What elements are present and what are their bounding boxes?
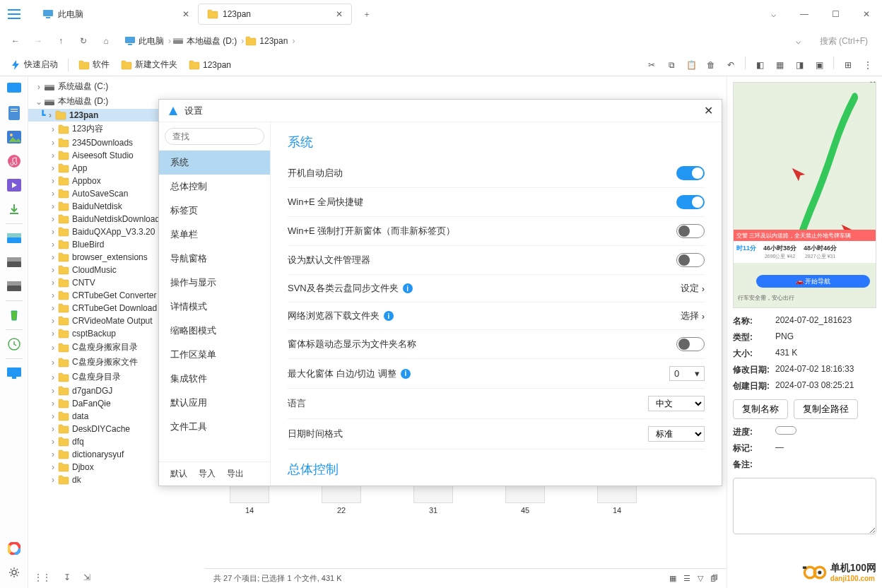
ql-folder[interactable]: 123pan [184, 59, 235, 71]
rail-drive-icon[interactable] [4, 228, 24, 248]
breadcrumb[interactable]: 此电脑 › 本地磁盘 (D:) › 123pan › [124, 34, 786, 49]
copy-icon[interactable]: ⧉ [663, 57, 680, 74]
chevron-right-icon: › [292, 36, 295, 46]
setting-action[interactable]: 选择 › [681, 310, 705, 322]
rail-settings-icon[interactable] [4, 563, 24, 582]
clipboard-icon[interactable]: 🗐 [710, 574, 718, 583]
tree-collapse-icon[interactable]: ↧ [64, 572, 71, 582]
rail-clock-icon[interactable] [4, 334, 24, 354]
rail-download-icon[interactable] [4, 199, 24, 219]
settings-nav-item[interactable]: 工作区菜单 [159, 343, 270, 367]
info-icon[interactable]: i [401, 369, 411, 379]
settings-nav-item[interactable]: 菜单栏 [159, 223, 270, 247]
note-input[interactable] [733, 478, 876, 534]
hamburger-menu[interactable] [0, 0, 28, 28]
setting-action[interactable]: 设定 › [681, 282, 705, 295]
settings-nav-item[interactable]: 系统 [159, 151, 270, 175]
settings-nav-item[interactable]: 详情模式 [159, 295, 270, 319]
tab-123pan[interactable]: 123pan ✕ [198, 4, 352, 25]
settings-search-input[interactable] [165, 128, 264, 145]
svg-rect-6 [128, 44, 132, 45]
settings-nav-item[interactable]: 默认应用 [159, 391, 270, 415]
footer-default[interactable]: 默认 [170, 468, 187, 480]
rail-drive-icon[interactable] [4, 276, 24, 296]
new-tab-button[interactable]: ＋ [358, 5, 376, 23]
tree-drive[interactable]: ›系统磁盘 (C:) [28, 79, 205, 94]
paste-icon[interactable]: 📋 [683, 57, 700, 74]
info-icon[interactable]: i [403, 283, 413, 293]
settings-nav-item[interactable]: 集成软件 [159, 367, 270, 391]
toggle-switch[interactable] [676, 166, 705, 180]
view-list-icon[interactable]: ☰ [683, 574, 690, 583]
panel-max-icon[interactable]: ▣ [811, 57, 828, 74]
select-dropdown[interactable]: 标准 [648, 426, 705, 442]
view-grid-icon[interactable]: ▦ [669, 574, 676, 583]
rail-screen-icon[interactable] [4, 363, 24, 383]
select-dropdown[interactable]: 中文 [648, 396, 705, 411]
minimize-button[interactable]: — [789, 0, 820, 28]
settings-nav-item[interactable]: 文件工具 [159, 415, 270, 439]
rail-picture-icon[interactable] [4, 127, 24, 147]
footer-export[interactable]: 导出 [227, 468, 244, 480]
copy-path-button[interactable]: 复制全路径 [794, 399, 858, 419]
ql-folder[interactable]: 软件 [74, 57, 114, 72]
dialog-close-button[interactable]: ✕ [704, 104, 713, 117]
tree-expand-icon[interactable]: ⇲ [83, 572, 90, 582]
setting-row: Win+E 强制打开新窗体（而非新标签页） [288, 217, 705, 246]
settings-nav-item[interactable]: 操作与显示 [159, 271, 270, 295]
rail-music-icon[interactable] [4, 151, 24, 171]
toggle-switch[interactable] [676, 253, 705, 267]
bc-item[interactable]: 本地磁盘 (D:) [184, 34, 240, 49]
settings-nav-item[interactable]: 标签页 [159, 199, 270, 223]
number-spinner[interactable]: 0▾ [669, 366, 705, 381]
tree-unknown-icon[interactable]: ⋮⋮ [34, 572, 51, 582]
apps-icon[interactable]: ⊞ [840, 57, 857, 74]
bc-item[interactable]: 123pan [257, 35, 290, 47]
close-icon[interactable]: ✕ [182, 9, 189, 19]
search-input[interactable]: 搜索 (Ctrl+F) [811, 33, 876, 50]
chevron-down-icon[interactable]: ⌵ [789, 31, 808, 51]
refresh-button[interactable]: ↻ [74, 31, 93, 51]
panel-left-icon[interactable]: ◧ [751, 57, 768, 74]
filter-icon[interactable]: ▽ [698, 574, 703, 583]
svg-rect-20 [7, 257, 21, 261]
undo-icon[interactable]: ↶ [722, 57, 739, 74]
copy-name-button[interactable]: 复制名称 [733, 399, 788, 419]
panel-split-icon[interactable]: ▦ [771, 57, 788, 74]
settings-nav-item[interactable]: 导航窗格 [159, 247, 270, 271]
rail-color-icon[interactable] [4, 539, 24, 558]
rail-desktop-icon[interactable] [4, 79, 24, 99]
tab-this-pc[interactable]: 此电脑 ✕ [34, 4, 198, 25]
rail-video-icon[interactable] [4, 175, 24, 195]
close-button[interactable]: ✕ [851, 0, 882, 28]
dropdown-icon[interactable]: ⌵ [758, 0, 789, 28]
progress-pill[interactable] [775, 426, 796, 435]
delete-icon[interactable]: 🗑 [702, 57, 719, 74]
cut-icon[interactable]: ✂ [643, 57, 660, 74]
toggle-switch[interactable] [676, 224, 705, 238]
footer-import[interactable]: 导入 [199, 468, 216, 480]
close-icon[interactable]: ✕ [336, 9, 343, 19]
info-icon[interactable]: i [384, 311, 394, 321]
prop-name-label: 名称: [733, 315, 775, 327]
rail-recycle-icon[interactable] [4, 305, 24, 325]
toggle-switch[interactable] [676, 195, 705, 209]
maximize-button[interactable]: ☐ [820, 0, 851, 28]
quicklaunch-label[interactable]: 快速启动 [6, 57, 62, 72]
up-button[interactable]: ↑ [51, 31, 71, 51]
panel-right-icon[interactable]: ◨ [791, 57, 808, 74]
prop-mark-label: 标记: [733, 442, 775, 454]
watermark-logo [802, 564, 828, 581]
back-button[interactable]: ← [6, 31, 25, 51]
settings-nav-item[interactable]: 总体控制 [159, 175, 270, 199]
home-button[interactable]: ⌂ [96, 31, 116, 51]
toggle-switch[interactable] [676, 337, 705, 351]
rail-drive-icon[interactable] [4, 252, 24, 272]
ql-folder[interactable]: 新建文件夹 [117, 57, 182, 72]
svg-rect-37 [802, 566, 806, 568]
bc-item[interactable]: 此电脑 [136, 34, 167, 49]
forward-button[interactable]: → [28, 31, 48, 51]
more-icon[interactable]: ⋮ [859, 57, 876, 74]
rail-doc-icon[interactable] [4, 103, 24, 123]
settings-nav-item[interactable]: 缩略图模式 [159, 319, 270, 343]
